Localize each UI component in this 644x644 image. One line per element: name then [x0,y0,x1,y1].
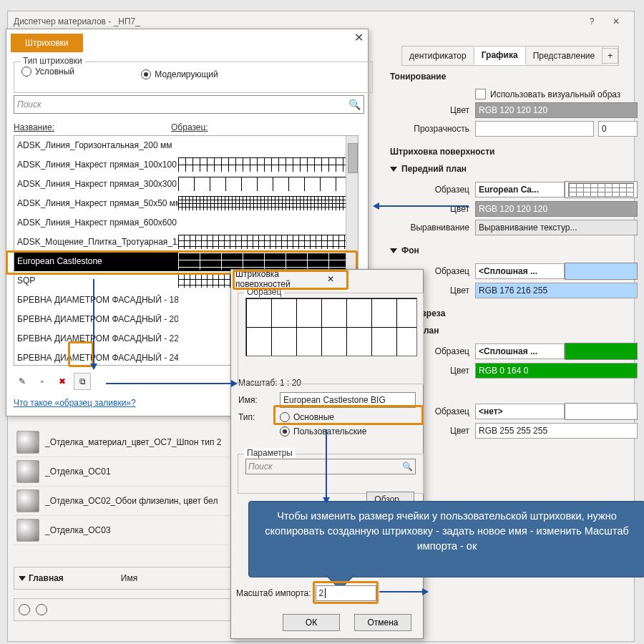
pencil-icon: ✎ [19,376,26,386]
ns-color[interactable]: RGB 255 255 255 [475,423,638,439]
bg-swatch[interactable] [565,263,638,280]
tint-color[interactable]: RGB 120 120 120 [475,102,638,118]
surface-hatch-dialog: Штриховка поверхностей ✕ Образец Масштаб… [230,269,424,639]
right-panel: Тонирование Использовать визуальный обра… [387,69,638,446]
import-scale-input[interactable]: 2 [316,585,376,601]
hatch-name: SQP [14,275,178,286]
bg-sample[interactable]: <Сплошная ... [475,263,565,279]
dlg2-name-input[interactable]: European Castlestone BIG [280,392,416,408]
hatch-new-button[interactable]: ▫ [34,373,51,390]
window-title: Диспетчер материалов - _НП7_ [14,16,580,26]
main-tab-label[interactable]: Главная [29,573,64,583]
search-icon[interactable]: 🔍 [348,99,361,110]
tab-identifier[interactable]: дентификатор [402,47,474,64]
ns-swatch[interactable] [565,403,638,420]
fore-color[interactable]: RGB 120 120 120 [475,201,638,217]
hatch-row[interactable]: ADSK_Линия_Накрест прямая_300x300 м [14,175,358,194]
whats-fill-link[interactable]: Что такое «образец заливки»? [14,398,136,408]
material-thumb-icon [16,431,39,454]
hatch-delete-button[interactable]: ✖ [54,373,71,390]
bg-head: Фон [401,245,419,255]
arrow-right-2 [379,591,422,592]
tab-add[interactable]: + [602,48,618,64]
hatch-col-name[interactable]: Название: [14,122,171,132]
hatch-name: БРЕВНА ДИАМЕТРОМ ФАСАДНЫЙ - 220 [14,333,178,343]
copy-icon: ⧉ [79,376,86,386]
group-background: Фон Образец<Сплошная ... ЦветRGB 176 216… [387,243,638,301]
cut-color[interactable]: RGB 0 164 0 [475,363,638,379]
hatch-name: БРЕВНА ДИАМЕТРОМ ФАСАДНЫЙ - 240 [14,353,178,363]
arrow-down-2 [326,429,327,497]
dlg2-param-search[interactable]: Поиск🔍 [245,459,416,474]
cut-sample[interactable]: <Сплошная ... [475,343,565,359]
hatch-row[interactable]: ADSK_Мощение_Плитка_Тротуарная_12 [14,233,358,252]
help-button[interactable]: ? [580,11,604,31]
collapse-icon[interactable] [19,576,26,581]
tab-graphics[interactable]: Графика [474,47,526,65]
material-item[interactable]: _Отделка_ОС02_Обои флизелин, цвет бел [14,487,235,516]
tab-presentation[interactable]: Представление [526,47,603,64]
hatch-row[interactable]: ADSK_Линия_Накрест прямая_600x600 м [14,213,358,233]
hatch-name: ADSK_Мощение_Плитка_Тротуарная_12 [14,237,178,247]
hatch-name: ADSK_Линия_Горизонтальная_200 мм [14,140,178,150]
dlg2-param-legend: Параметры [244,448,296,458]
dlg2-sample-preview [245,298,417,356]
dlg2-type-user-label: Пользовательские [293,426,367,436]
material-item[interactable]: _Отделка_материал_цвет_ОС7_Шпон тип 2 [14,428,235,457]
arrow-down-1 [93,279,94,364]
hatch-copy-button[interactable]: ⧉ [74,373,91,390]
tint-transp-label: Прозрачность [387,124,475,134]
material-item[interactable]: _Отделка_ОС03 [14,516,235,545]
dlg2-type-user[interactable]: Пользовательские [280,426,367,436]
hatch-name: European Castlestone [14,256,178,266]
ns-sample[interactable]: <нет> [475,404,565,419]
hatch-type-cond-label: Условный [35,67,74,77]
import-scale-label: Масштаб импорта: [236,588,311,598]
material-list: _Отделка_материал_цвет_ОС7_Шпон тип 2 _О… [14,428,235,545]
use-image-label: Использовать визуальный образ [490,89,620,99]
fore-sample-swatch[interactable] [565,181,638,198]
hatch-close-icon[interactable]: ✕ [354,31,364,44]
fore-align[interactable]: Выравнивание текстур... [475,220,638,235]
group-foreground: Передний план ОбразецEuropean Ca... Цвет… [387,161,638,238]
tint-transp-value[interactable]: 0 [598,121,638,137]
hatch-edit-button[interactable]: ✎ [14,373,31,390]
hatch-list-header: Название: Образец: [14,122,357,132]
dlg2-sample-fieldset: Образец [238,293,424,384]
hatch-type-modeling[interactable]: Моделирующий [141,69,218,79]
material-name: _Отделка_материал_цвет_ОС7_Шпон тип 2 [45,437,221,447]
hatch-row[interactable]: ADSK_Линия_Накрест прямая_50x50 мм [14,194,358,213]
ok-button[interactable]: ОК [283,614,340,631]
tool-circle-2[interactable] [36,604,47,615]
fore-head: Передний план [401,164,467,174]
dlg2-type-basic[interactable]: Основные [280,412,334,422]
hatch-row[interactable]: ADSK_Линия_Горизонтальная_200 мм [14,136,358,155]
dlg2-close-icon[interactable]: ✕ [327,274,419,284]
tool-circle-1[interactable] [19,604,30,615]
hatch-name: БРЕВНА ДИАМЕТРОМ ФАСАДНЫЙ - 200 [14,314,178,324]
use-image-checkbox[interactable] [475,89,486,99]
search-icon[interactable]: 🔍 [402,462,413,472]
fore-sample-name[interactable]: European Ca... [475,182,565,197]
hatch-search-input[interactable]: Поиск 🔍 [14,95,364,114]
cancel-button[interactable]: Отмена [354,614,411,631]
delete-icon: ✖ [59,376,66,386]
hatch-type-conditional[interactable]: Условный [21,67,74,77]
new-icon: ▫ [41,376,44,386]
hatch-row[interactable]: ADSK_Линия_Накрест прямая_100x100 м [14,155,358,175]
dlg2-type-basic-label: Основные [293,412,334,422]
material-thumb-icon [16,460,39,483]
tint-transp-slider[interactable] [475,121,594,137]
hatch-row-selected[interactable]: European Castlestone [14,252,358,271]
cut-swatch[interactable] [565,343,638,360]
dlg2-name-value: European Castlestone BIG [283,395,386,405]
material-name: _Отделка_ОС03 [45,525,111,535]
tint-head: Тонирование [390,72,446,82]
surf-hatch-head: Штриховка поверхности [390,147,494,157]
material-item[interactable]: _Отделка_ОС01 [14,457,235,487]
bg-color[interactable]: RGB 176 216 255 [475,283,638,298]
group-cut-fore: едний план Образец<Сплошная ... ЦветRGB … [387,323,638,381]
hatch-name: ADSK_Линия_Накрест прямая_50x50 мм [14,198,178,208]
material-thumb-icon [16,519,39,542]
close-button[interactable]: ✕ [604,11,628,31]
